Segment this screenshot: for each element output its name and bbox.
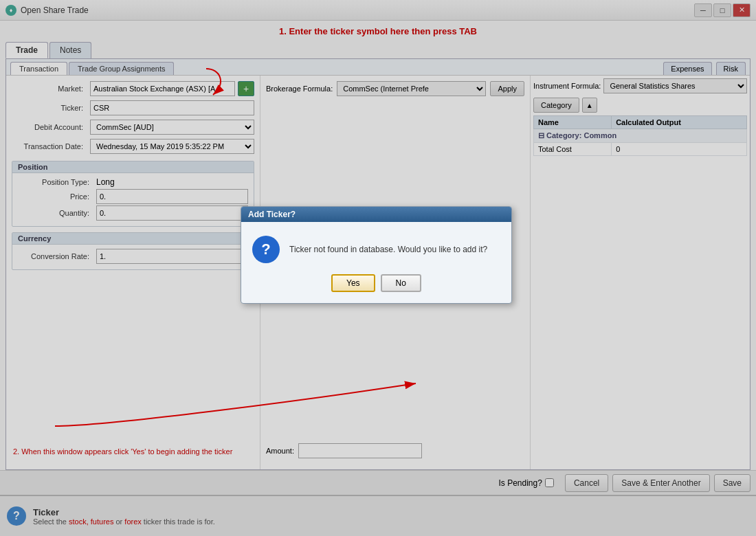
dialog-buttons: Yes No bbox=[241, 274, 511, 303]
dialog-no-button[interactable]: No bbox=[381, 274, 421, 292]
dialog-arrow-svg bbox=[41, 371, 426, 460]
ticker-arrow-svg bbox=[69, 55, 261, 110]
dialog-box: Add Ticker? ? Ticker not found in databa… bbox=[241, 206, 512, 304]
dialog-message: Ticker not found in database. Would you … bbox=[289, 245, 487, 254]
dialog-overlay: Add Ticker? ? Ticker not found in databa… bbox=[0, 0, 756, 536]
dialog-body: ? Ticker not found in database. Would yo… bbox=[241, 222, 511, 274]
dialog-yes-button[interactable]: Yes bbox=[331, 274, 375, 292]
dialog-title-text: Add Ticker? bbox=[248, 210, 296, 219]
dialog-title: Add Ticker? bbox=[241, 207, 511, 222]
dialog-icon: ? bbox=[252, 236, 280, 263]
